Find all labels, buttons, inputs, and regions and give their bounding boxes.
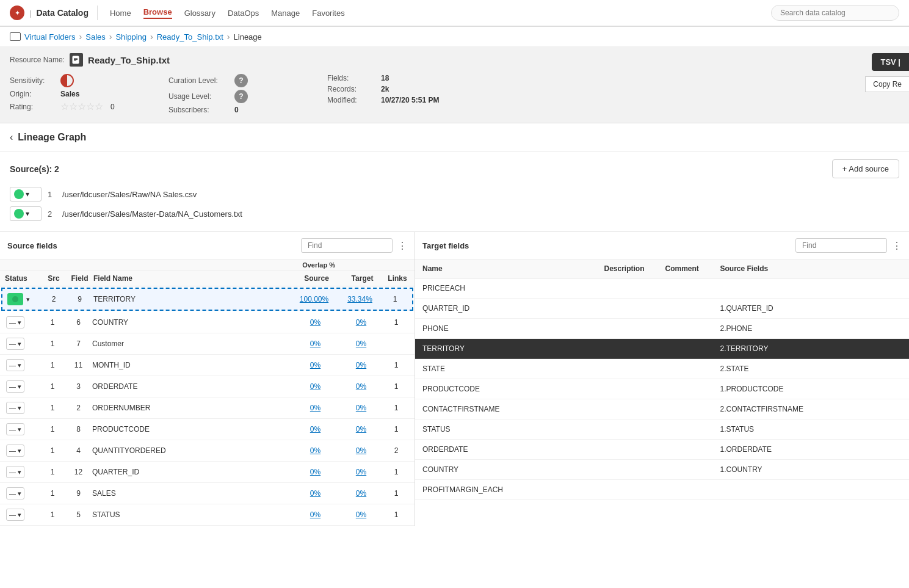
svg-rect-2 <box>74 59 78 60</box>
origin-label: Origin: <box>10 90 56 98</box>
breadcrumb-sep-3: › <box>150 32 153 42</box>
usage-label: Usage Level: <box>168 92 230 101</box>
target-row[interactable]: STATUS 1.STATUS <box>415 419 909 440</box>
nav-links: Home Browse Glossary DataOps Manage Favo… <box>110 7 345 19</box>
nav-dataops[interactable]: DataOps <box>228 9 259 18</box>
breadcrumb-file[interactable]: Ready_To_Ship.txt <box>157 32 223 42</box>
table-row[interactable]: ▾ 2 9 TERRITORY 100.00% 33.34% 1 <box>1 288 413 311</box>
source-table-header: Status Src Field Field Name Source Targe… <box>0 271 415 286</box>
source-2-dropdown[interactable]: ▾ <box>10 206 42 221</box>
source-fields-menu-icon[interactable]: ⋮ <box>397 240 407 252</box>
overlap-header: Overlap % <box>0 260 415 271</box>
folder-icon <box>10 32 21 41</box>
table-row[interactable]: — ▾ 1 2 ORDERNUMBER 0% 0% 1 <box>0 397 415 419</box>
source-1-dropdown[interactable]: ▾ <box>10 187 42 201</box>
sensitivity-label: Sensitivity: <box>10 76 56 85</box>
target-fields-menu-icon[interactable]: ⋮ <box>892 240 902 252</box>
lineage-title: Lineage Graph <box>18 132 86 143</box>
subscribers-row: Subscribers: 0 <box>168 104 327 115</box>
curation-label: Curation Level: <box>168 76 230 85</box>
subscribers-value: 0 <box>234 106 239 114</box>
table-row[interactable]: — ▾ 1 11 MONTH_ID 0% 0% 1 <box>0 355 415 376</box>
target-row[interactable]: ORDERDATE 1.ORDERDATE <box>415 440 909 460</box>
target-row[interactable]: STATE 2.STATE <box>415 359 909 379</box>
target-row[interactable]: COUNTRY 1.COUNTRY <box>415 460 909 480</box>
search-input[interactable] <box>771 5 899 21</box>
copy-re-button[interactable]: Copy Re <box>865 76 909 92</box>
nav-home[interactable]: Home <box>110 9 131 18</box>
table-row[interactable]: — ▾ 1 9 SALES 0% 0% 1 <box>0 483 415 504</box>
table-row[interactable]: — ▾ 1 12 QUARTER_ID 0% 0% 1 <box>0 462 415 483</box>
breadcrumb-sep-4: › <box>227 32 230 42</box>
nav-glossary[interactable]: Glossary <box>184 9 215 18</box>
nav-favorites[interactable]: Favorites <box>312 9 344 18</box>
records-label: Records: <box>327 85 376 93</box>
col-src-header: Src <box>42 274 66 283</box>
tcol-desc-header: Description <box>604 264 665 273</box>
records-row: Records: 2k <box>327 84 899 95</box>
main-content: Source fields ⋮ Overlap % Status Src Fie… <box>0 231 909 526</box>
sensitivity-row: Sensitivity: <box>10 73 168 89</box>
target-row[interactable]: PRICEEACH <box>415 278 909 299</box>
breadcrumb-sep-1: › <box>79 32 82 42</box>
target-row[interactable]: PRODUCTCODE 1.PRODUCTCODE <box>415 379 909 399</box>
fields-value: 18 <box>381 74 389 82</box>
target-row[interactable]: CONTACTFIRSTNAME 2.CONTACTFIRSTNAME <box>415 399 909 419</box>
nav-browse[interactable]: Browse <box>143 7 172 19</box>
tcol-comment-header: Comment <box>665 264 720 273</box>
source-fields-find[interactable] <box>301 238 393 253</box>
subscribers-label: Subscribers: <box>168 106 230 114</box>
star-rating: ☆☆☆☆☆ <box>60 101 103 112</box>
nav-manage[interactable]: Manage <box>271 9 300 18</box>
resource-name-label: Resource Name: <box>10 56 65 64</box>
col-status-header: Status <box>5 274 42 283</box>
add-source-button[interactable]: + Add source <box>832 159 899 178</box>
table-row[interactable]: — ▾ 1 6 COUNTRY 0% 0% 1 <box>0 312 415 333</box>
breadcrumb-sales[interactable]: Sales <box>85 32 106 42</box>
source-fields-panel: Source fields ⋮ Overlap % Status Src Fie… <box>0 232 415 526</box>
target-row[interactable]: PROFITMARGIN_EACH <box>415 480 909 500</box>
brand-logo: ✦ <box>10 5 24 20</box>
row-0-target: 33.34% <box>337 295 383 303</box>
origin-row: Origin: Sales <box>10 89 168 100</box>
target-fields-find[interactable] <box>795 238 887 253</box>
table-row[interactable]: — ▾ 1 4 QUANTITYORDERED 0% 0% 2 <box>0 440 415 462</box>
resource-name: Ready_To_Ship.txt <box>88 55 170 65</box>
breadcrumb-virtual-folders[interactable]: Virtual Folders <box>24 32 76 42</box>
rating-value: 0 <box>110 103 115 111</box>
sensitivity-icon <box>60 74 74 87</box>
breadcrumb-shipping[interactable]: Shipping <box>115 32 147 42</box>
source-2-path: /user/ldcuser/Sales/Master-Data/NA_Custo… <box>62 209 242 219</box>
col-field-header: Field <box>66 274 93 283</box>
target-table-body: PRICEEACH QUARTER_ID 1.QUARTER_ID PHONE … <box>415 278 909 526</box>
target-fields-header: Target fields ⋮ <box>415 232 909 260</box>
fields-label: Fields: <box>327 74 376 82</box>
rating-row: Rating: ☆☆☆☆☆ 0 <box>10 100 168 114</box>
source-fields-title: Source fields <box>7 241 57 250</box>
curation-icon: ? <box>234 74 248 87</box>
row-0-src: 2 <box>42 295 66 303</box>
col-fieldname-header: Field Name <box>93 274 294 283</box>
source-item-2: ▾ 2 /user/ldcuser/Sales/Master-Data/NA_C… <box>10 204 899 223</box>
brand: ✦ | Data Catalog <box>10 5 98 20</box>
target-fields-panel: Target fields ⋮ Name Description Comment… <box>415 232 909 526</box>
target-row[interactable]: PHONE 2.PHONE <box>415 319 909 339</box>
brand-separator: | <box>29 9 31 18</box>
target-row[interactable]: QUARTER_ID 1.QUARTER_ID <box>415 299 909 319</box>
target-row-selected[interactable]: TERRITORY 2.TERRITORY <box>415 339 909 359</box>
back-icon[interactable]: ‹ <box>10 132 13 143</box>
resource-header: Resource Name: Ready_To_Ship.txt Sensiti… <box>0 47 909 123</box>
table-row[interactable]: — ▾ 1 8 PRODUCTCODE 0% 0% 1 <box>0 419 415 440</box>
table-row[interactable]: — ▾ 1 5 STATUS 0% 0% 1 <box>0 504 415 526</box>
table-row[interactable]: — ▾ 1 3 ORDERDATE 0% 0% 1 <box>0 376 415 397</box>
rating-label: Rating: <box>10 103 56 111</box>
target-table-header: Name Description Comment Source Fields <box>415 260 909 278</box>
tsv-badge: TSV | <box>872 53 909 71</box>
target-fields-title: Target fields <box>422 241 469 250</box>
lineage-header: ‹ Lineage Graph <box>0 123 909 152</box>
top-nav: ✦ | Data Catalog Home Browse Glossary Da… <box>0 0 909 27</box>
table-row[interactable]: — ▾ 1 7 Customer 0% 0% <box>0 333 415 355</box>
row-0-fieldname: TERRITORY <box>93 295 291 303</box>
sources-label: Source(s): 2 <box>10 164 59 174</box>
col-links-header: Links <box>385 274 410 283</box>
